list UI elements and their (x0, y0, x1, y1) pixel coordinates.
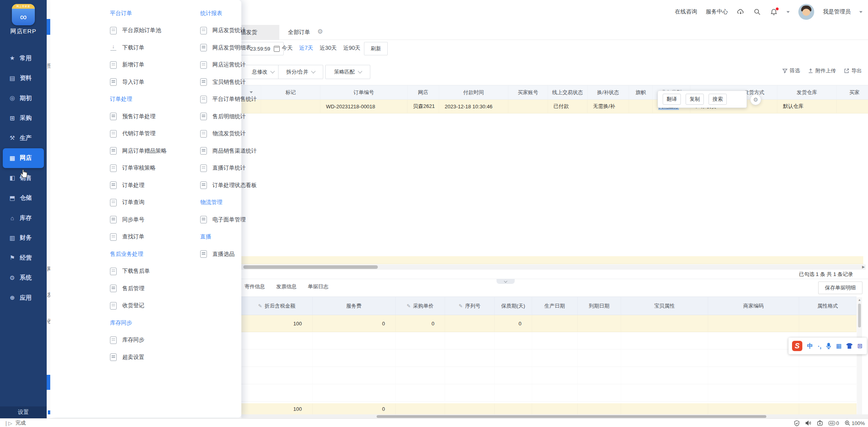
flyout-item[interactable]: 网店发货明细表 (200, 39, 287, 57)
popup-button[interactable]: 翻译 (663, 94, 681, 105)
flyout-item[interactable]: 物流发货统计 (200, 125, 287, 143)
flyout-item[interactable]: 超卖设置 (110, 349, 195, 366)
collapse-panel-button[interactable] (497, 279, 515, 284)
sogou-logo-icon[interactable]: S (792, 341, 802, 351)
sidebar-item-doc[interactable]: ▤资料 (0, 68, 47, 89)
sidebar-item-inventory[interactable]: ⌂库存 (0, 208, 47, 228)
avatar[interactable] (798, 4, 814, 20)
empty-cell (532, 384, 578, 402)
ime-toolbox-icon[interactable]: ⊞ (857, 342, 862, 350)
flyout-item[interactable]: 电子面单管理 (200, 211, 287, 229)
flyout-item[interactable]: 订单查询 (110, 194, 195, 212)
scrollbar-up-arrow-icon[interactable]: ▲ (857, 298, 862, 302)
flyout-item[interactable]: 下载售后单 (110, 263, 195, 280)
scrollbar-thumb[interactable] (858, 304, 861, 327)
current-user-label[interactable]: 我是管理员 (823, 8, 851, 15)
app-logo[interactable]: 网上管家婆 ∞ (12, 4, 35, 25)
first-aid-kit-icon[interactable] (817, 420, 823, 426)
flyout-item[interactable]: 平台原始订单池 (110, 22, 195, 40)
flyout-item[interactable]: 订单审核策略 (110, 160, 195, 177)
flyout-item[interactable]: 宝贝销售统计 (200, 74, 287, 91)
flyout-item[interactable]: 商品销售渠道统计 (200, 142, 287, 160)
popup-button[interactable]: 搜索 (709, 94, 727, 105)
play-icon[interactable]: ❘▷ (4, 420, 12, 426)
sidebar-item-target[interactable]: ◎期初 (0, 88, 47, 108)
flyout-item[interactable]: 代销订单管理 (110, 125, 195, 143)
refresh-button[interactable]: 刷新 (364, 42, 388, 55)
notifications-bell-icon[interactable] (770, 8, 778, 16)
popup-settings-icon[interactable]: ⚙ (750, 94, 761, 105)
sidebar-item-apps[interactable]: ⊕应用 (0, 288, 47, 308)
ime-skin-icon[interactable] (846, 343, 853, 349)
detail-cell (621, 315, 708, 332)
flyout-item[interactable]: 网店运营统计 (200, 57, 287, 74)
flyout-item[interactable]: 收货登记 (110, 297, 195, 315)
flyout-item[interactable]: 库存同步 (110, 332, 195, 349)
flyout-item[interactable]: 同步单号 (110, 211, 195, 229)
ime-punctuation-icon[interactable]: ·, (818, 343, 821, 350)
flyout-item[interactable]: 下载订单 (110, 39, 195, 57)
detail-tab[interactable]: 发票信息 (276, 283, 297, 290)
range-link[interactable]: 近30天 (320, 45, 337, 52)
scrollbar-thumb[interactable] (243, 265, 378, 269)
ime-keyboard-icon[interactable]: ▦ (836, 342, 841, 350)
target-icon: ◎ (9, 94, 16, 102)
scrollbar-right-arrow-icon[interactable]: ▶ (862, 265, 865, 269)
flyout-item[interactable]: 直播订单统计 (200, 160, 287, 177)
tab-settings-gear-icon[interactable]: ⚙ (317, 28, 323, 35)
sidebar-item-system[interactable]: ⚙系统 (0, 268, 47, 288)
sidebar-item-star[interactable]: ★常用 (0, 48, 47, 68)
sidebar-settings-button[interactable]: 设置 (0, 406, 47, 418)
detail-tab[interactable]: 单据日志 (308, 283, 328, 290)
chevron-down-icon[interactable] (787, 11, 790, 13)
popup-button[interactable]: 复制 (686, 94, 704, 105)
detail-tab[interactable]: 寄件信息 (244, 283, 265, 290)
search-icon[interactable] (753, 8, 761, 16)
scrollbar-thumb[interactable] (377, 415, 766, 418)
flyout-item[interactable]: 订单处理状态看板 (200, 177, 287, 194)
ime-mode-chinese[interactable]: 中 (807, 342, 813, 350)
flyout-item[interactable]: 网店发货统计 (200, 22, 287, 40)
sidebar-item-cart[interactable]: ⊞采购 (0, 108, 47, 128)
flyout-item[interactable]: 售后明细统计 (200, 108, 287, 125)
shield-check-icon[interactable] (794, 420, 800, 426)
sidebar-item-finance[interactable]: ▥财务 (0, 228, 47, 248)
sidebar-item-warehouse[interactable]: ⬒仓储 (0, 188, 47, 208)
flyout-item-label: 订单处理 (122, 182, 144, 189)
filter-button[interactable]: 筛选 (782, 67, 800, 74)
flyout-item[interactable]: 查找订单 (110, 229, 195, 246)
zoom-control[interactable]: 100% (845, 420, 865, 426)
detail-tabs: 寄件信息发票信息单据日志 (244, 283, 328, 290)
speaker-icon[interactable] (805, 420, 811, 426)
sidebar-item-factory[interactable]: ⚒生产 (0, 128, 47, 148)
flyout-item-label: 直播订单统计 (212, 164, 246, 172)
range-link[interactable]: 近90天 (343, 45, 360, 52)
flyout-item[interactable]: 订单处理 (110, 177, 195, 194)
cloud-download-icon[interactable] (737, 8, 745, 16)
flyout-item[interactable]: 网店订单赠品策略 (110, 142, 195, 160)
detail-vertical-scrollbar[interactable]: ▲ (857, 297, 862, 414)
attachment-upload-button[interactable]: 附件上传 (808, 67, 836, 74)
orders-horizontal-scrollbar[interactable]: ▶ (241, 265, 866, 270)
user-menu-chevron-icon[interactable] (859, 11, 862, 13)
flyout-item[interactable]: 预售订单处理 (110, 108, 195, 125)
range-link[interactable]: 近7天 (299, 45, 313, 52)
sidebar-item-shop[interactable]: ▦网店 (3, 148, 44, 168)
service-center-link[interactable]: 服务中心 (706, 8, 728, 15)
online-consult-link[interactable]: 在线咨询 (675, 8, 697, 15)
sidebar-item-business[interactable]: ⚑经营 (0, 248, 47, 268)
flyout-item[interactable]: 平台订单销售统计 (200, 91, 287, 108)
empty-cell (799, 367, 857, 384)
flyout-item[interactable]: 售后管理 (110, 280, 195, 297)
flyout-item[interactable]: 直播选品 (200, 246, 287, 263)
detail-data-row[interactable]: 100000 (241, 315, 862, 332)
flyout-item[interactable]: 新增订单 (110, 57, 195, 74)
flyout-item[interactable]: 导入订单 (110, 74, 195, 91)
orders-data-row[interactable]: WD-20231218-00018贝森26212023-12-18 10:30:… (241, 100, 868, 113)
save-detail-button[interactable]: 保存单据明细 (818, 282, 862, 294)
word-count-indicator[interactable]: AB 0 (828, 420, 839, 426)
toolbar-dropdown-2[interactable]: 策略匹配 (325, 65, 370, 79)
ime-microphone-icon[interactable] (826, 343, 831, 349)
export-button[interactable]: 导出 (844, 67, 862, 74)
finance-icon: ▥ (9, 234, 16, 242)
